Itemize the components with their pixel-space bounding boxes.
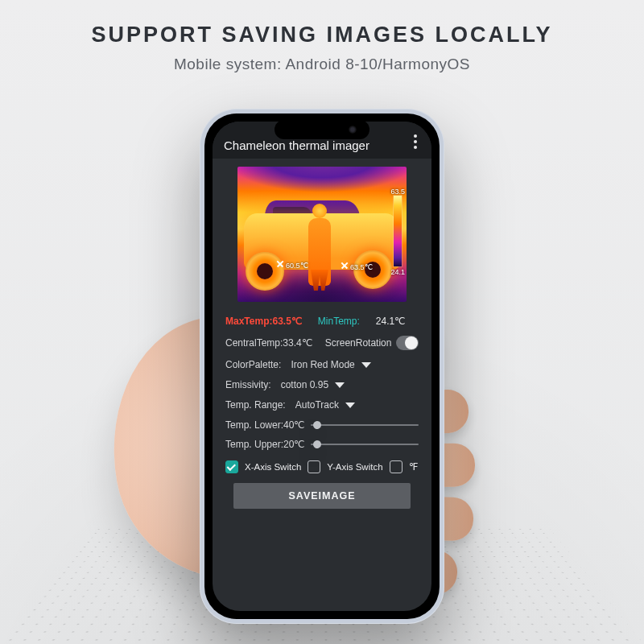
marker-high: 63.5℃	[341, 262, 373, 271]
temp-extremes-row: MaxTemp:63.5℃ MinTemp: 24.1℃	[225, 312, 419, 332]
page-headline: SUPPORT SAVING IMAGES LOCALLY	[0, 0, 644, 47]
page-subhead: Mobile system: Android 8-10/HarmonyOS	[0, 56, 644, 73]
central-rotation-row: CentralTemp:33.4℃ ScreenRotation	[225, 332, 419, 355]
fahrenheit-checkbox[interactable]	[390, 460, 402, 473]
more-menu-icon[interactable]	[411, 131, 420, 152]
palette-row[interactable]: ColorPalette: Iron Red Mode	[225, 355, 419, 375]
emissivity-row[interactable]: Emissivity: cotton 0.95	[225, 375, 419, 395]
emissivity-value: cotton 0.95	[281, 379, 328, 390]
app-title: Chameleon thermal imager	[224, 138, 369, 152]
marker-low-value: 60.5℃	[286, 262, 308, 270]
color-scale-min: 24.1	[390, 268, 405, 276]
phone-notch	[275, 120, 369, 139]
y-axis-checkbox[interactable]	[308, 460, 320, 473]
palette-label: ColorPalette:	[225, 359, 281, 370]
app-screen: Chameleon thermal imager 60.5℃ 63.5℃ 63.…	[213, 122, 431, 611]
central-temp: CentralTemp:33.4℃	[225, 337, 312, 349]
temp-range-value: AutoTrack	[295, 399, 339, 411]
palette-value: Iron Red Mode	[291, 359, 354, 370]
chevron-down-icon	[345, 402, 355, 408]
x-axis-checkbox[interactable]	[225, 460, 238, 473]
color-scale-max: 63.5	[390, 188, 405, 196]
marker-high-value: 63.5℃	[350, 263, 373, 271]
chevron-down-icon	[335, 382, 345, 388]
max-temp: MaxTemp:63.5℃	[225, 316, 302, 327]
temp-lower-slider[interactable]	[311, 419, 419, 431]
fahrenheit-label: ℉	[409, 461, 418, 473]
temp-upper-label: Temp. Upper:20℃	[225, 439, 304, 450]
temp-lower-label: Temp. Lower:40℃	[225, 419, 304, 431]
temp-upper-slider[interactable]	[311, 439, 419, 450]
temp-range-row[interactable]: Temp. Range: AutoTrack	[225, 395, 419, 415]
thermal-image: 60.5℃ 63.5℃ 63.5 24.1	[237, 167, 407, 302]
screen-rotation-label: ScreenRotation	[325, 337, 392, 349]
x-axis-label: X-Axis Switch	[245, 462, 301, 472]
axis-switch-row: X-Axis Switch Y-Axis Switch ℉	[225, 454, 419, 480]
y-axis-label: Y-Axis Switch	[327, 462, 382, 472]
chevron-down-icon	[361, 362, 371, 368]
emissivity-label: Emissivity:	[225, 379, 271, 390]
marker-low: 60.5℃	[276, 260, 308, 270]
color-scale-bar	[394, 196, 402, 266]
temp-range-label: Temp. Range:	[225, 399, 286, 411]
min-temp-label: MinTemp:	[318, 316, 360, 327]
screen-rotation-toggle[interactable]	[396, 336, 419, 350]
phone-frame: Chameleon thermal imager 60.5℃ 63.5℃ 63.…	[200, 109, 444, 624]
save-image-button[interactable]: SAVEIMAGE	[233, 483, 411, 509]
min-temp-value: 24.1℃	[376, 316, 405, 327]
temp-upper-row: Temp. Upper:20℃	[225, 435, 419, 454]
temp-lower-row: Temp. Lower:40℃	[225, 415, 419, 435]
